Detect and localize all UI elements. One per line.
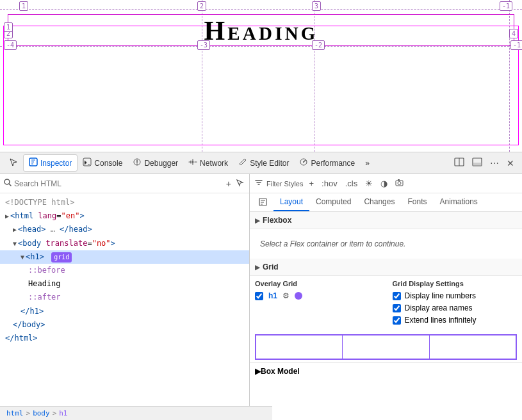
html-tree: <!DOCTYPE html> ▶<html lang="en"> ▶<head… (0, 193, 249, 420)
flexbox-section-header[interactable]: ▶ Flexbox (250, 212, 522, 229)
inspector-tab-label: Inspector (40, 159, 72, 168)
toggle-class-button[interactable]: .cls (343, 178, 360, 189)
add-rule-button[interactable]: + (307, 178, 316, 189)
console-tab-label: Console (94, 159, 122, 168)
display-area-names-checkbox[interactable] (393, 304, 401, 312)
tree-body-close[interactable]: </body> (0, 318, 249, 332)
tab-animations-label: Animations (439, 197, 477, 206)
tree-h1[interactable]: ▼<h1> grid (0, 250, 249, 264)
preview-heading: Heading (0, 15, 522, 46)
tab-changes-label: Changes (364, 197, 395, 206)
svg-rect-12 (398, 179, 400, 181)
grid-color-dot (295, 292, 302, 300)
split-view-button[interactable] (450, 154, 468, 172)
more-tabs-label: » (365, 159, 370, 168)
pick-element-button[interactable] (235, 177, 245, 190)
grid-line-h-1 (0, 9, 522, 10)
grid-section-header[interactable]: ▶ Grid (250, 259, 522, 276)
add-node-button[interactable]: + (225, 177, 232, 190)
marker-m2: -2 (312, 40, 325, 50)
performance-tab[interactable]: Performance (294, 155, 360, 171)
tree-after[interactable]: ::after (0, 291, 249, 304)
box-model-label: Box Model (261, 367, 300, 376)
close-icon: ✕ (507, 158, 514, 168)
overlay-grid-label: Overlay Grid (255, 280, 380, 287)
display-line-numbers-checkbox[interactable] (393, 292, 401, 300)
style-editor-tab[interactable]: Style Editor (233, 155, 294, 171)
tree-doctype[interactable]: <!DOCTYPE html> (0, 196, 249, 209)
h1-overlay-label: h1 (268, 291, 277, 300)
dark-theme-button[interactable]: ◑ (379, 178, 389, 189)
breadcrumb-h1[interactable]: h1 (59, 409, 67, 417)
tab-animations[interactable]: Animations (433, 193, 484, 211)
styles-tabs: Layout Computed Changes Fonts Animations (250, 193, 522, 212)
display-line-numbers-row: Display line numbers (393, 291, 518, 300)
box-model-section-header[interactable]: ▶ Box Model (250, 362, 522, 380)
light-theme-button[interactable]: ☀ (363, 178, 375, 189)
grid-display-settings: Grid Display Settings Display line numbe… (393, 280, 518, 328)
breadcrumb: html > body > h1 (0, 406, 272, 420)
flexbox-arrow-icon: ▶ (255, 217, 260, 224)
extend-lines-label: Extend lines infinitely (405, 316, 477, 325)
network-tab[interactable]: Network (183, 155, 233, 171)
tab-computed[interactable]: Computed (309, 193, 357, 211)
tab-fonts-label: Fonts (407, 197, 427, 206)
tree-body[interactable]: ▼<body translate="no"> (0, 237, 249, 250)
svg-rect-1 (83, 158, 91, 166)
breadcrumb-body[interactable]: body (33, 409, 50, 417)
tree-heading-text[interactable]: Heading (0, 277, 249, 291)
tree-head[interactable]: ▶<head> … </head> (0, 223, 249, 236)
filter-styles-label: Filter Styles (266, 180, 303, 188)
grid-col-2 (343, 335, 429, 359)
inspector-tab-icon (29, 158, 38, 168)
overlay-grid-section: Overlay Grid h1 ⚙ (255, 280, 380, 328)
overlay-grid-checkbox[interactable] (255, 292, 263, 300)
debugger-icon (133, 158, 142, 168)
gear-icon[interactable]: ⚙ (282, 291, 290, 300)
inspector-pick-button[interactable] (4, 155, 23, 171)
grid-col-3 (430, 335, 516, 359)
extend-lines-row: Extend lines infinitely (393, 316, 518, 325)
grid-visual (255, 334, 517, 360)
search-html-input[interactable] (14, 179, 222, 188)
html-search-bar: + (0, 174, 249, 193)
tab-layout-label: Layout (280, 197, 303, 206)
display-line-numbers-label: Display line numbers (405, 291, 476, 300)
toggle-pseudo-button[interactable]: :hov (320, 178, 339, 189)
marker-4: 4 (509, 29, 518, 38)
performance-tab-label: Performance (311, 159, 355, 168)
debugger-tab[interactable]: Debugger (127, 155, 183, 171)
style-editor-icon (238, 158, 247, 168)
dock-button[interactable] (468, 154, 486, 172)
tab-layout[interactable]: Layout (273, 193, 309, 211)
network-icon (188, 158, 197, 168)
more-options-button[interactable]: ⋯ (486, 156, 503, 171)
marker-3b: 3 (312, 1, 321, 11)
tab-rules[interactable] (252, 193, 273, 211)
svg-point-3 (192, 161, 194, 163)
more-tabs-button[interactable]: » (360, 156, 375, 170)
preview-area: Heading 1 -1 2 4 -4 2 -3 3 -2 -1 1 (0, 0, 522, 152)
tree-html[interactable]: ▶<html lang="en"> (0, 209, 249, 223)
extend-lines-checkbox[interactable] (393, 316, 401, 325)
breadcrumb-html[interactable]: html (6, 409, 24, 417)
tree-html-close[interactable]: </html> (0, 332, 249, 345)
inspector-tab[interactable]: Inspector (23, 154, 77, 172)
inspector-pick-icon (9, 158, 18, 168)
devtools-content: + <!DOCTYPE html> ▶<html lang="en"> ▶<he… (0, 174, 522, 420)
close-devtools-button[interactable]: ✕ (503, 156, 518, 171)
dock-icon (472, 159, 482, 169)
console-tab[interactable]: Console (77, 155, 127, 171)
marker-1b: 1 (4, 22, 13, 32)
tree-before[interactable]: ::before (0, 264, 249, 277)
marker-m1: -1 (500, 1, 512, 11)
tab-changes[interactable]: Changes (357, 193, 401, 211)
styles-panel: Filter Styles + :hov .cls ☀ ◑ Layout (250, 174, 522, 420)
tab-fonts[interactable]: Fonts (401, 193, 433, 211)
svg-rect-8 (473, 163, 482, 166)
screenshot-button[interactable] (393, 178, 405, 190)
tree-h1-close[interactable]: </h1> (0, 305, 249, 318)
tab-computed-label: Computed (316, 197, 351, 206)
styles-layout-content: ▶ Flexbox Select a Flex container or ite… (250, 212, 522, 420)
grid-badge: grid (51, 252, 72, 262)
